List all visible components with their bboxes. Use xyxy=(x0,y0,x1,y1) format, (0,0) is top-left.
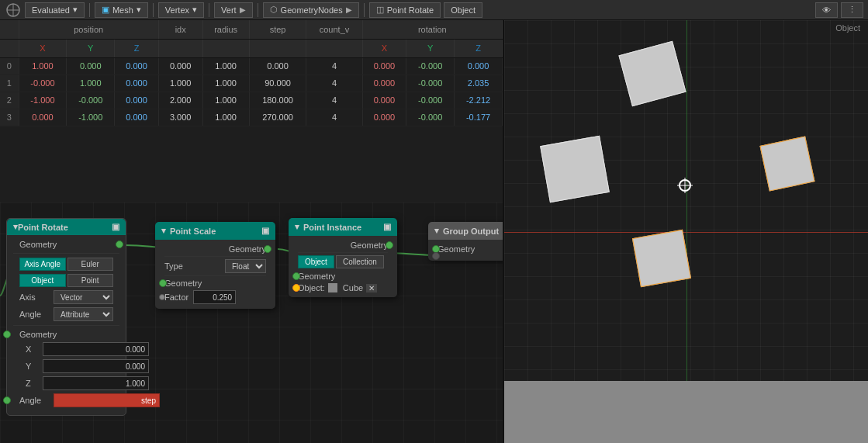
angle2-input[interactable] xyxy=(54,393,160,407)
row-countv: 4 xyxy=(306,92,362,109)
row-rot-y: -0.000 xyxy=(406,57,455,74)
pi-remove-object-btn[interactable]: ✕ xyxy=(366,284,377,292)
pi-object-socket[interactable] xyxy=(292,284,300,292)
axis-dropdown[interactable]: Vector xyxy=(54,290,113,304)
row-rot-x: 0.000 xyxy=(362,109,406,126)
pi-geometry-input-socket[interactable] xyxy=(292,272,300,280)
node-pi-icon: ▣ xyxy=(383,222,391,232)
axis-y-label: Y xyxy=(26,362,40,371)
euler-btn[interactable]: Euler xyxy=(67,258,114,271)
viewport-shape-3 xyxy=(759,136,814,191)
node-point-instance: ▾ Point Instance ▣ Geometry Object Colle… xyxy=(289,218,397,297)
row-rot-y: -0.000 xyxy=(406,92,455,109)
node-header-icon: ▣ xyxy=(112,222,119,232)
col-position-header: position xyxy=(19,20,158,39)
node-group-output-header: ▾ Group Output xyxy=(428,222,504,240)
ps-factor-socket[interactable] xyxy=(159,294,165,300)
row-step: 0.000 xyxy=(249,57,306,74)
go-empty-socket[interactable] xyxy=(432,252,440,260)
object-button[interactable]: Object xyxy=(444,2,482,18)
axis-angle-btn[interactable]: Axis Angle xyxy=(19,258,66,271)
node-group-output: ▾ Group Output Geometry xyxy=(428,222,504,261)
mesh-dropdown[interactable]: ▣ Mesh ▾ xyxy=(95,2,148,18)
chevron-down-icon: ▾ xyxy=(192,5,197,15)
mode-dropdown[interactable]: Evaluated ▾ xyxy=(25,2,85,18)
ps-geometry-output-socket[interactable] xyxy=(264,245,271,253)
separator xyxy=(153,3,154,17)
col-radius-sub xyxy=(202,39,249,57)
col-index-sub xyxy=(0,39,19,57)
vert-button[interactable]: Vert ▶ xyxy=(214,2,253,18)
node-point-rotate: ▾ Point Rotate ▣ Geometry Axis Angle Eul… xyxy=(6,218,126,416)
node-point-instance-header: ▾ Point Instance ▣ xyxy=(289,218,397,236)
node-point-scale-header: ▾ Point Scale ▣ xyxy=(155,222,275,240)
axis-y-input[interactable] xyxy=(43,359,149,373)
blender-logo xyxy=(5,2,22,18)
node-collapse-icon[interactable]: ▾ xyxy=(295,222,299,232)
row-idx: 2 xyxy=(0,92,19,109)
geometry-output-socket[interactable] xyxy=(116,241,123,248)
table-row: 1 -0.000 1.000 0.000 1.000 1.000 90.000 … xyxy=(0,74,503,92)
axis-z-input[interactable] xyxy=(43,376,149,390)
node-collapse-icon[interactable]: ▾ xyxy=(161,226,166,236)
cube-icon xyxy=(328,283,337,292)
row-pos-y: -0.000 xyxy=(67,92,115,109)
pi-object-label: Object: xyxy=(298,283,325,292)
vertex-dropdown[interactable]: Vertex ▾ xyxy=(158,2,204,18)
row-step: 90.000 xyxy=(249,74,306,92)
row-rot-y: -0.000 xyxy=(406,109,455,126)
pi-object-btn[interactable]: Object xyxy=(298,255,334,268)
axis-x-input[interactable] xyxy=(43,342,149,356)
ps-geometry-input-socket[interactable] xyxy=(159,279,167,287)
eye-icon: 👁 xyxy=(822,5,831,15)
geometry-input-label: Geometry xyxy=(19,330,57,339)
pi-object-value: Cube xyxy=(343,283,363,292)
col-rotation-header: rotation xyxy=(362,20,502,39)
ps-type-label: Type xyxy=(164,261,183,271)
geometry-nodes-button[interactable]: ⬡ GeometryNodes ▶ xyxy=(263,2,359,18)
pi-geometry-output-socket[interactable] xyxy=(386,241,393,249)
row-i: 2.000 xyxy=(158,92,202,109)
point-space-btn[interactable]: Point xyxy=(67,274,114,287)
top-toolbar: Evaluated ▾ ▣ Mesh ▾ Vertex ▾ Vert ▶ ⬡ G… xyxy=(0,0,868,20)
angle-dropdown[interactable]: Attribute xyxy=(54,307,113,321)
col-rot-z-sub: Z xyxy=(455,39,503,57)
ps-factor-input[interactable] xyxy=(193,290,236,304)
table-row: 2 -1.000 -0.000 0.000 2.000 1.000 180.00… xyxy=(0,92,503,109)
angle2-label: Angle xyxy=(19,396,50,405)
table-body: 0 1.000 0.000 0.000 0.000 1.000 0.000 4 … xyxy=(0,57,503,126)
col-pos-z-sub: Z xyxy=(115,39,159,57)
viewport-overlay-button[interactable]: 👁 xyxy=(815,2,838,18)
col-idx-header: idx xyxy=(158,20,202,39)
row-rot-y: -0.000 xyxy=(406,74,455,92)
col-rot-x-sub: X xyxy=(362,39,406,57)
ps-type-select[interactable]: Float xyxy=(225,259,266,273)
ps-factor-label: Factor xyxy=(164,292,188,302)
viewport-y-axis xyxy=(686,20,687,443)
col-pos-y-sub: Y xyxy=(67,39,115,57)
main-area: position idx radius step count_v rotatio… xyxy=(0,20,868,443)
row-countv: 4 xyxy=(306,109,362,126)
col-countv-header: count_v xyxy=(306,20,362,39)
settings-button[interactable]: ⋮ xyxy=(841,2,863,18)
node-title: Point Rotate xyxy=(18,223,68,232)
row-pos-z: 0.000 xyxy=(115,109,159,126)
mode-buttons: Axis Angle Euler xyxy=(13,256,119,272)
data-table: position idx radius step count_v rotatio… xyxy=(0,20,503,126)
geometry-input-socket[interactable] xyxy=(3,331,11,338)
row-radius: 1.000 xyxy=(202,109,249,126)
row-radius: 1.000 xyxy=(202,74,249,92)
geometry-label: Geometry xyxy=(19,240,57,249)
angle-input-socket[interactable] xyxy=(3,396,11,404)
row-pos-x: 0.000 xyxy=(19,109,67,126)
row-rot-z: 0.000 xyxy=(455,57,503,74)
point-rotate-button[interactable]: ◫ Point Rotate xyxy=(369,2,441,18)
row-pos-x: -0.000 xyxy=(19,74,67,92)
row-rot-z: -0.177 xyxy=(455,109,503,126)
row-pos-z: 0.000 xyxy=(115,92,159,109)
object-space-btn[interactable]: Object xyxy=(19,274,66,287)
ps-geometry-in-label: Geometry xyxy=(164,279,202,288)
pi-collection-btn[interactable]: Collection xyxy=(336,255,384,268)
node-collapse-icon[interactable]: ▾ xyxy=(434,226,439,236)
row-pos-y: 0.000 xyxy=(67,57,115,74)
